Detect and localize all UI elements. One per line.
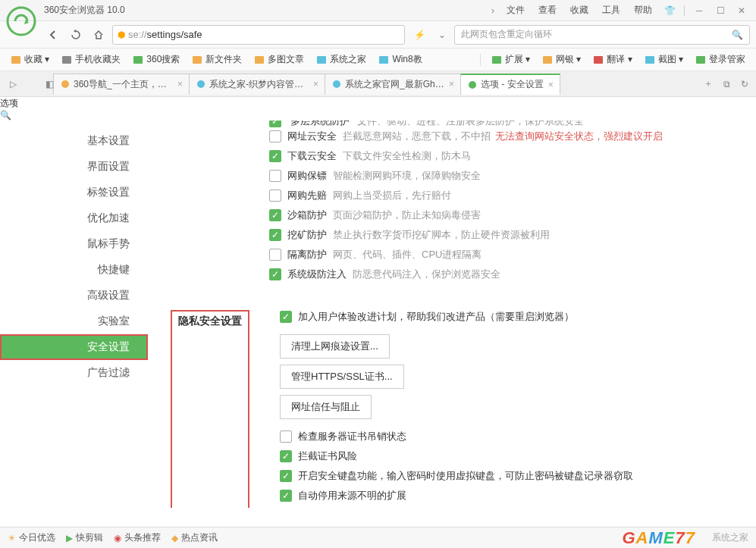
- checkbox-icon[interactable]: [269, 209, 281, 221]
- svg-rect-11: [645, 56, 654, 64]
- sidebar-item-0[interactable]: 基本设置: [0, 128, 148, 154]
- reload-button[interactable]: [67, 26, 85, 44]
- core-check-4[interactable]: 沙箱防护页面沙箱防护，防止未知病毒侵害: [269, 208, 741, 222]
- tab-2[interactable]: 系统之家官网_最新Ghost X×: [325, 74, 461, 95]
- core-check-3[interactable]: 网购先赔网购上当受损后，先行赔付: [269, 189, 741, 202]
- folder-icon: [133, 55, 143, 65]
- bookmark-new-folder[interactable]: 新文件夹: [187, 52, 246, 67]
- core-check-0[interactable]: 网址云安全拦截恶意网站，恶意下载，不中招无法查询网站安全状态，强烈建议开启: [269, 130, 741, 143]
- home-button[interactable]: [89, 26, 108, 44]
- restore-tab-icon[interactable]: ↻: [736, 76, 753, 92]
- folder-icon: [61, 55, 72, 65]
- sidebar-item-4[interactable]: 鼠标手势: [0, 231, 148, 257]
- checkbox-icon[interactable]: [269, 130, 281, 142]
- svg-rect-1: [11, 56, 20, 64]
- bookmark-xtzj[interactable]: 系统之家: [312, 52, 371, 67]
- duplicate-tab-icon[interactable]: ⧉: [718, 76, 735, 92]
- status-quickcut[interactable]: ▶快剪辑: [66, 531, 103, 544]
- privacy-top-check[interactable]: 加入用户体验改进计划，帮助我们改进产品（需要重启浏览器）: [280, 310, 741, 324]
- checkbox-icon[interactable]: [269, 268, 281, 280]
- checkbox-icon[interactable]: [280, 470, 292, 482]
- bookmark-win8[interactable]: Win8教: [374, 52, 426, 67]
- news-icon: ◉: [114, 533, 121, 543]
- core-check-2[interactable]: 网购保镖智能检测网购环境，保障购物安全: [269, 169, 741, 183]
- sidebar-item-1[interactable]: 界面设置: [0, 154, 148, 180]
- tab-favicon-icon: [196, 79, 206, 89]
- menu-tools[interactable]: 工具: [596, 4, 626, 17]
- menu-file[interactable]: 文件: [500, 4, 531, 17]
- tab-close-icon[interactable]: ×: [177, 79, 183, 89]
- bookmark-extensions[interactable]: 扩展 ▾: [487, 52, 535, 67]
- url-input[interactable]: ⬢ se://settings/safe: [112, 25, 405, 45]
- sidebar-item-3[interactable]: 优化加速: [0, 205, 148, 231]
- privacy-check-3[interactable]: 自动停用来源不明的扩展: [280, 489, 741, 503]
- sidebar-item-6[interactable]: 高级设置: [0, 283, 148, 308]
- settings-search[interactable]: 🔍: [0, 110, 756, 121]
- minimize-button[interactable]: ─: [689, 3, 709, 18]
- checkbox-icon[interactable]: [269, 189, 281, 202]
- new-tab-button[interactable]: ＋: [700, 76, 717, 92]
- core-check-7[interactable]: 系统级防注入防恶意代码注入，保护浏览器安全: [269, 268, 741, 281]
- tab-0[interactable]: 360导航_一个主页，整个世…×: [53, 74, 190, 95]
- sidebar-item-2[interactable]: 标签设置: [0, 180, 148, 205]
- cutoff-row: 多层系统防护 文件、驱动、进程、注册表多层防护，保护系统安全: [269, 121, 741, 128]
- privacy-check-1[interactable]: 拦截证书风险: [280, 449, 741, 463]
- privacy-button-0[interactable]: 清理上网痕迹设置...: [280, 334, 390, 359]
- bookmark-bank[interactable]: 网银 ▾: [538, 52, 585, 67]
- checkbox-icon[interactable]: [280, 490, 292, 502]
- core-check-5[interactable]: 挖矿防护禁止执行数字货币挖矿脚本，防止硬件资源被利用: [269, 228, 741, 242]
- tab-list-icon[interactable]: ◧: [39, 79, 59, 89]
- play-icon: ▶: [66, 533, 73, 543]
- skin-icon[interactable]: 👕: [660, 3, 679, 18]
- checkbox-icon[interactable]: [269, 150, 281, 162]
- core-check-6[interactable]: 隔离防护网页、代码、插件、CPU进程隔离: [269, 248, 741, 261]
- bookmark-favorites[interactable]: 收藏 ▾: [6, 52, 54, 67]
- bookmark-multi-img[interactable]: 多图文章: [249, 52, 309, 67]
- sidebar-item-7[interactable]: 实验室: [0, 308, 148, 334]
- bookmark-login-mgr[interactable]: 登录管家: [691, 52, 750, 67]
- bolt-icon[interactable]: ⚡: [414, 30, 425, 40]
- sidebar-toggle-icon[interactable]: ▷: [3, 79, 23, 89]
- maximize-button[interactable]: ☐: [711, 3, 730, 18]
- back-button[interactable]: [44, 26, 62, 44]
- shield-icon: ⬢: [118, 30, 125, 40]
- sidebar-item-5[interactable]: 快捷键: [0, 257, 148, 283]
- menu-help[interactable]: 帮助: [628, 4, 658, 17]
- folder-icon: [491, 55, 502, 65]
- folder-icon: [254, 55, 265, 65]
- checkbox-icon[interactable]: [280, 431, 292, 443]
- tab-strip: ▷ ◧ 360导航_一个主页，整个世…×系统之家-织梦内容管理系统×系统之家官网…: [0, 71, 756, 97]
- core-check-1[interactable]: 下载云安全下载文件安全性检测，防木马: [269, 149, 741, 163]
- menu-favorites[interactable]: 收藏: [564, 4, 594, 17]
- privacy-button-2[interactable]: 网址信任与阻止: [280, 395, 372, 419]
- privacy-button-1[interactable]: 管理HTTPS/SSL证书...: [280, 365, 404, 389]
- checkbox-icon[interactable]: [269, 229, 281, 241]
- tab-3[interactable]: 选项 - 安全设置×: [460, 74, 560, 95]
- checkbox-icon[interactable]: [280, 311, 292, 323]
- sidebar-item-9[interactable]: 广告过滤: [0, 360, 148, 386]
- tab-close-icon[interactable]: ×: [313, 79, 318, 89]
- privacy-check-2[interactable]: 开启安全键盘功能，输入密码时使用虚拟键盘，可防止密码被键盘记录器窃取: [280, 469, 741, 483]
- bookmark-mobile-fav[interactable]: 手机收藏夹: [57, 52, 125, 67]
- tab-1[interactable]: 系统之家-织梦内容管理系统×: [189, 74, 325, 95]
- bookmark-screenshot[interactable]: 截图 ▾: [640, 52, 688, 67]
- status-headlines[interactable]: ◉头条推荐: [114, 531, 161, 544]
- checkbox-icon[interactable]: [269, 170, 281, 182]
- tab-close-icon[interactable]: ×: [449, 79, 454, 89]
- privacy-check-0[interactable]: 检查服务器证书吊销状态: [280, 430, 741, 443]
- status-today[interactable]: ☀ 今日优选: [8, 531, 55, 544]
- status-hotspot[interactable]: ◆热点资讯: [171, 531, 218, 544]
- checkbox-icon[interactable]: [269, 249, 281, 261]
- bookmark-360-search[interactable]: 360搜索: [128, 52, 184, 67]
- watermark: GAME77: [622, 528, 695, 548]
- close-button[interactable]: ✕: [732, 3, 751, 18]
- sidebar-item-8[interactable]: 安全设置: [0, 334, 148, 360]
- search-box[interactable]: 此网页包含重定向循环 🔍: [454, 25, 750, 45]
- tab-close-icon[interactable]: ×: [548, 80, 554, 90]
- checkbox-icon[interactable]: [280, 450, 292, 462]
- bookmark-translate[interactable]: 翻译 ▾: [588, 52, 636, 67]
- url-dropdown-icon[interactable]: ⌄: [434, 30, 450, 40]
- search-icon[interactable]: 🔍: [732, 30, 743, 40]
- menu-view[interactable]: 查看: [532, 4, 563, 17]
- menu-chevron-icon[interactable]: ›: [487, 5, 499, 16]
